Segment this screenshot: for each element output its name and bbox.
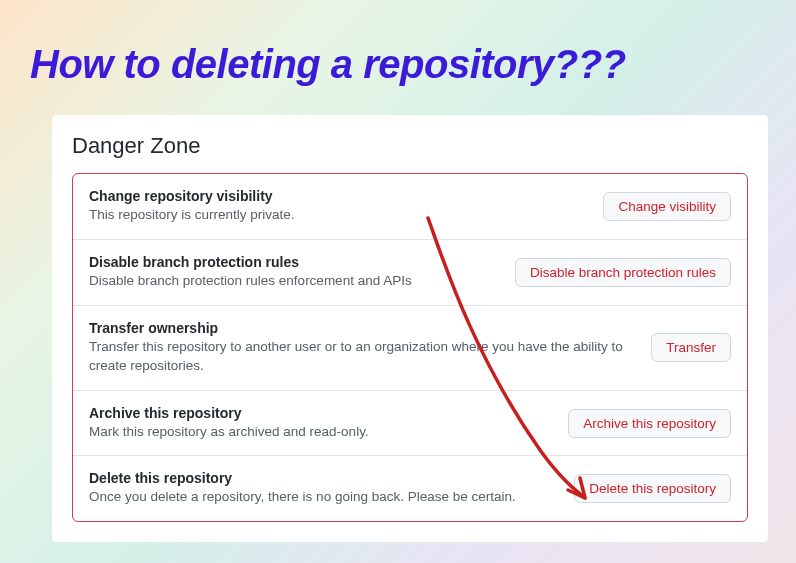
row-text: Disable branch protection rules Disable … — [89, 254, 499, 291]
row-text: Archive this repository Mark this reposi… — [89, 405, 552, 442]
row-desc: Transfer this repository to another user… — [89, 338, 635, 376]
danger-zone-panel: Danger Zone Change repository visibility… — [52, 115, 768, 542]
danger-zone-title: Danger Zone — [72, 133, 748, 159]
delete-repository-button[interactable]: Delete this repository — [574, 474, 731, 503]
row-desc: Disable branch protection rules enforcem… — [89, 272, 499, 291]
disable-branch-protection-button[interactable]: Disable branch protection rules — [515, 258, 731, 287]
danger-zone-list: Change repository visibility This reposi… — [72, 173, 748, 522]
row-text: Change repository visibility This reposi… — [89, 188, 587, 225]
change-visibility-row: Change repository visibility This reposi… — [73, 174, 747, 240]
transfer-button[interactable]: Transfer — [651, 333, 731, 362]
row-desc: Once you delete a repository, there is n… — [89, 488, 558, 507]
row-desc: Mark this repository as archived and rea… — [89, 423, 552, 442]
row-desc: This repository is currently private. — [89, 206, 587, 225]
disable-branch-protection-row: Disable branch protection rules Disable … — [73, 240, 747, 306]
row-title: Delete this repository — [89, 470, 558, 486]
row-title: Transfer ownership — [89, 320, 635, 336]
row-title: Change repository visibility — [89, 188, 587, 204]
change-visibility-button[interactable]: Change visibility — [603, 192, 731, 221]
delete-repository-row: Delete this repository Once you delete a… — [73, 456, 747, 521]
archive-repository-button[interactable]: Archive this repository — [568, 409, 731, 438]
row-title: Disable branch protection rules — [89, 254, 499, 270]
row-title: Archive this repository — [89, 405, 552, 421]
row-text: Delete this repository Once you delete a… — [89, 470, 558, 507]
archive-repository-row: Archive this repository Mark this reposi… — [73, 391, 747, 457]
row-text: Transfer ownership Transfer this reposit… — [89, 320, 635, 376]
page-headline: How to deleting a repository??? — [0, 0, 796, 107]
transfer-ownership-row: Transfer ownership Transfer this reposit… — [73, 306, 747, 391]
